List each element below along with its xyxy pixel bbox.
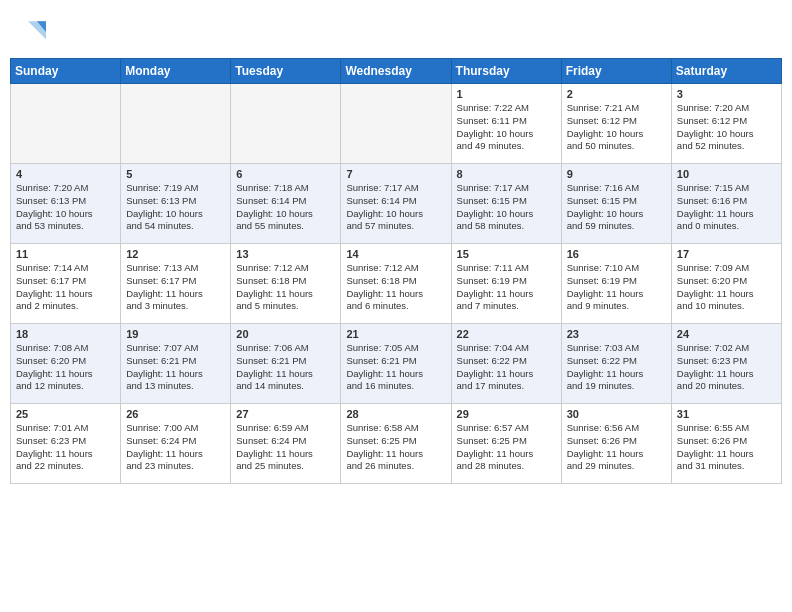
- day-info: Sunrise: 7:11 AM Sunset: 6:19 PM Dayligh…: [457, 262, 556, 313]
- weekday-header-sunday: Sunday: [11, 59, 121, 84]
- day-info: Sunrise: 7:07 AM Sunset: 6:21 PM Dayligh…: [126, 342, 225, 393]
- calendar-cell: 12Sunrise: 7:13 AM Sunset: 6:17 PM Dayli…: [121, 244, 231, 324]
- calendar-cell: 8Sunrise: 7:17 AM Sunset: 6:15 PM Daylig…: [451, 164, 561, 244]
- day-number: 19: [126, 328, 225, 340]
- calendar-cell: 31Sunrise: 6:55 AM Sunset: 6:26 PM Dayli…: [671, 404, 781, 484]
- calendar-cell: 16Sunrise: 7:10 AM Sunset: 6:19 PM Dayli…: [561, 244, 671, 324]
- calendar-cell: 3Sunrise: 7:20 AM Sunset: 6:12 PM Daylig…: [671, 84, 781, 164]
- weekday-header-monday: Monday: [121, 59, 231, 84]
- calendar-cell: 23Sunrise: 7:03 AM Sunset: 6:22 PM Dayli…: [561, 324, 671, 404]
- day-info: Sunrise: 7:22 AM Sunset: 6:11 PM Dayligh…: [457, 102, 556, 153]
- calendar-week-row: 11Sunrise: 7:14 AM Sunset: 6:17 PM Dayli…: [11, 244, 782, 324]
- calendar-cell: 13Sunrise: 7:12 AM Sunset: 6:18 PM Dayli…: [231, 244, 341, 324]
- calendar-table: SundayMondayTuesdayWednesdayThursdayFrid…: [10, 58, 782, 484]
- logo-icon: [10, 14, 46, 50]
- day-info: Sunrise: 7:21 AM Sunset: 6:12 PM Dayligh…: [567, 102, 666, 153]
- calendar-cell: 30Sunrise: 6:56 AM Sunset: 6:26 PM Dayli…: [561, 404, 671, 484]
- day-number: 15: [457, 248, 556, 260]
- calendar-cell: [11, 84, 121, 164]
- day-info: Sunrise: 7:08 AM Sunset: 6:20 PM Dayligh…: [16, 342, 115, 393]
- day-number: 31: [677, 408, 776, 420]
- day-info: Sunrise: 7:12 AM Sunset: 6:18 PM Dayligh…: [346, 262, 445, 313]
- calendar-cell: 27Sunrise: 6:59 AM Sunset: 6:24 PM Dayli…: [231, 404, 341, 484]
- day-number: 17: [677, 248, 776, 260]
- calendar-cell: 29Sunrise: 6:57 AM Sunset: 6:25 PM Dayli…: [451, 404, 561, 484]
- calendar-week-row: 18Sunrise: 7:08 AM Sunset: 6:20 PM Dayli…: [11, 324, 782, 404]
- calendar-cell: 14Sunrise: 7:12 AM Sunset: 6:18 PM Dayli…: [341, 244, 451, 324]
- calendar-cell: [121, 84, 231, 164]
- day-info: Sunrise: 7:05 AM Sunset: 6:21 PM Dayligh…: [346, 342, 445, 393]
- day-number: 13: [236, 248, 335, 260]
- calendar-week-row: 4Sunrise: 7:20 AM Sunset: 6:13 PM Daylig…: [11, 164, 782, 244]
- calendar-cell: [341, 84, 451, 164]
- calendar-cell: 11Sunrise: 7:14 AM Sunset: 6:17 PM Dayli…: [11, 244, 121, 324]
- day-number: 4: [16, 168, 115, 180]
- calendar-cell: 15Sunrise: 7:11 AM Sunset: 6:19 PM Dayli…: [451, 244, 561, 324]
- calendar-cell: 5Sunrise: 7:19 AM Sunset: 6:13 PM Daylig…: [121, 164, 231, 244]
- day-number: 29: [457, 408, 556, 420]
- day-number: 23: [567, 328, 666, 340]
- calendar-cell: 4Sunrise: 7:20 AM Sunset: 6:13 PM Daylig…: [11, 164, 121, 244]
- calendar-cell: 6Sunrise: 7:18 AM Sunset: 6:14 PM Daylig…: [231, 164, 341, 244]
- weekday-header-thursday: Thursday: [451, 59, 561, 84]
- day-info: Sunrise: 7:20 AM Sunset: 6:13 PM Dayligh…: [16, 182, 115, 233]
- day-info: Sunrise: 7:06 AM Sunset: 6:21 PM Dayligh…: [236, 342, 335, 393]
- day-info: Sunrise: 7:15 AM Sunset: 6:16 PM Dayligh…: [677, 182, 776, 233]
- day-number: 16: [567, 248, 666, 260]
- calendar-cell: 9Sunrise: 7:16 AM Sunset: 6:15 PM Daylig…: [561, 164, 671, 244]
- day-number: 27: [236, 408, 335, 420]
- day-info: Sunrise: 7:09 AM Sunset: 6:20 PM Dayligh…: [677, 262, 776, 313]
- calendar-cell: 2Sunrise: 7:21 AM Sunset: 6:12 PM Daylig…: [561, 84, 671, 164]
- day-info: Sunrise: 7:04 AM Sunset: 6:22 PM Dayligh…: [457, 342, 556, 393]
- day-number: 18: [16, 328, 115, 340]
- day-info: Sunrise: 6:56 AM Sunset: 6:26 PM Dayligh…: [567, 422, 666, 473]
- day-number: 9: [567, 168, 666, 180]
- calendar-cell: 22Sunrise: 7:04 AM Sunset: 6:22 PM Dayli…: [451, 324, 561, 404]
- logo: [10, 14, 50, 50]
- day-info: Sunrise: 7:02 AM Sunset: 6:23 PM Dayligh…: [677, 342, 776, 393]
- weekday-header-friday: Friday: [561, 59, 671, 84]
- calendar-cell: 19Sunrise: 7:07 AM Sunset: 6:21 PM Dayli…: [121, 324, 231, 404]
- calendar-cell: 26Sunrise: 7:00 AM Sunset: 6:24 PM Dayli…: [121, 404, 231, 484]
- day-number: 2: [567, 88, 666, 100]
- day-info: Sunrise: 7:16 AM Sunset: 6:15 PM Dayligh…: [567, 182, 666, 233]
- day-info: Sunrise: 7:01 AM Sunset: 6:23 PM Dayligh…: [16, 422, 115, 473]
- day-number: 14: [346, 248, 445, 260]
- day-info: Sunrise: 6:58 AM Sunset: 6:25 PM Dayligh…: [346, 422, 445, 473]
- day-number: 25: [16, 408, 115, 420]
- day-info: Sunrise: 7:19 AM Sunset: 6:13 PM Dayligh…: [126, 182, 225, 233]
- calendar-cell: 28Sunrise: 6:58 AM Sunset: 6:25 PM Dayli…: [341, 404, 451, 484]
- day-number: 21: [346, 328, 445, 340]
- page-header: [10, 10, 782, 50]
- weekday-header-row: SundayMondayTuesdayWednesdayThursdayFrid…: [11, 59, 782, 84]
- weekday-header-wednesday: Wednesday: [341, 59, 451, 84]
- day-number: 20: [236, 328, 335, 340]
- day-info: Sunrise: 7:17 AM Sunset: 6:14 PM Dayligh…: [346, 182, 445, 233]
- day-info: Sunrise: 7:12 AM Sunset: 6:18 PM Dayligh…: [236, 262, 335, 313]
- calendar-cell: 1Sunrise: 7:22 AM Sunset: 6:11 PM Daylig…: [451, 84, 561, 164]
- day-info: Sunrise: 7:18 AM Sunset: 6:14 PM Dayligh…: [236, 182, 335, 233]
- day-number: 10: [677, 168, 776, 180]
- calendar-cell: 24Sunrise: 7:02 AM Sunset: 6:23 PM Dayli…: [671, 324, 781, 404]
- calendar-cell: 18Sunrise: 7:08 AM Sunset: 6:20 PM Dayli…: [11, 324, 121, 404]
- day-number: 26: [126, 408, 225, 420]
- day-info: Sunrise: 7:03 AM Sunset: 6:22 PM Dayligh…: [567, 342, 666, 393]
- day-number: 24: [677, 328, 776, 340]
- calendar-cell: 20Sunrise: 7:06 AM Sunset: 6:21 PM Dayli…: [231, 324, 341, 404]
- weekday-header-tuesday: Tuesday: [231, 59, 341, 84]
- day-info: Sunrise: 7:10 AM Sunset: 6:19 PM Dayligh…: [567, 262, 666, 313]
- day-number: 12: [126, 248, 225, 260]
- day-info: Sunrise: 7:17 AM Sunset: 6:15 PM Dayligh…: [457, 182, 556, 233]
- day-number: 7: [346, 168, 445, 180]
- calendar-cell: 21Sunrise: 7:05 AM Sunset: 6:21 PM Dayli…: [341, 324, 451, 404]
- day-info: Sunrise: 7:00 AM Sunset: 6:24 PM Dayligh…: [126, 422, 225, 473]
- day-info: Sunrise: 7:14 AM Sunset: 6:17 PM Dayligh…: [16, 262, 115, 313]
- day-number: 30: [567, 408, 666, 420]
- calendar-week-row: 1Sunrise: 7:22 AM Sunset: 6:11 PM Daylig…: [11, 84, 782, 164]
- day-number: 3: [677, 88, 776, 100]
- day-number: 8: [457, 168, 556, 180]
- day-info: Sunrise: 6:57 AM Sunset: 6:25 PM Dayligh…: [457, 422, 556, 473]
- day-number: 6: [236, 168, 335, 180]
- day-info: Sunrise: 7:20 AM Sunset: 6:12 PM Dayligh…: [677, 102, 776, 153]
- day-number: 28: [346, 408, 445, 420]
